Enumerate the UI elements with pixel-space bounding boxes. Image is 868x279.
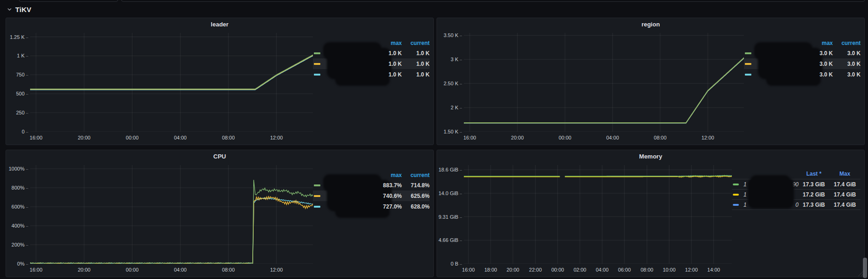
x-axis-tick-label: 00:00 (126, 267, 139, 273)
y-axis-tick-label: 9.31 GiB (438, 214, 462, 220)
y-axis-tick-label: 4.66 GiB (438, 237, 462, 243)
x-axis-tick-label: 10:00 (663, 267, 676, 273)
x-axis-tick-label: 08:00 (654, 135, 667, 140)
previous-panel-bottom-edge (121, 0, 865, 2)
x-axis-tick-label: 06:00 (618, 267, 631, 273)
legend-current-value: 628.0% (402, 203, 430, 210)
legend-max-value: 1.0 K (375, 50, 402, 57)
legend-current-value: 1.0 K (402, 71, 430, 78)
panel-title-leader[interactable]: leader (6, 18, 433, 30)
legend-current-value: 625.6% (402, 193, 430, 199)
panel-leader: leader 02505007501 K1.25 K 16:0020:0000:… (6, 18, 434, 145)
chart-leader: 02505007501 K1.25 K 16:0020:0000:0004:00… (7, 30, 313, 142)
x-axis: 16:0020:0000:0004:0008:0012:00 (30, 132, 313, 142)
series-swatch-icon (314, 206, 320, 208)
y-axis-tick-label: 0 (22, 129, 28, 134)
plot-area[interactable] (30, 33, 313, 132)
legend: Last * Max 190 17.3 GiB 17.4 GiB 1 17.2 … (732, 162, 861, 274)
series-swatch-icon (314, 63, 320, 65)
legend-max-value: 3.0 K (806, 61, 833, 67)
x-axis-tick-label: 20:00 (511, 135, 524, 140)
y-axis-tick-label: 600% (12, 204, 28, 209)
plot-area[interactable] (464, 33, 744, 132)
y-axis-tick-label: 0% (17, 261, 28, 266)
legend-last-value: 17.3 GiB (799, 181, 829, 188)
panel-body: 0%200%400%600%800%1000% 16:0020:0000:000… (6, 162, 433, 277)
legend-current-value: 1.0 K (402, 50, 430, 57)
y-axis-tick-label: 250 (16, 110, 28, 115)
panel-body: 0 B4.66 GiB9.31 GiB14.0 GiB18.6 GiB 16:0… (437, 162, 864, 277)
legend-max-value: 1.0 K (375, 71, 402, 78)
panel-region: region 1.50 K2 K2.50 K3 K3.50 K 16:0020:… (437, 18, 865, 145)
previous-panel-bottom-edge (19, 0, 118, 2)
vertical-scrollbar-thumb[interactable] (863, 258, 867, 278)
panel-title-memory[interactable]: Memory (437, 150, 864, 162)
legend-max-value: 740.6% (375, 193, 402, 199)
y-axis: 0%200%400%600%800%1000% (7, 165, 30, 264)
x-axis-tick-label: 00:00 (559, 135, 572, 140)
x-axis-tick-label: 20:00 (78, 267, 91, 273)
x-axis-tick-label: 12:00 (701, 135, 714, 140)
y-axis-tick-label: 1.25 K (10, 34, 28, 40)
x-axis: 16:0018:0020:0022:0000:0002:0004:0006:00… (464, 264, 732, 274)
y-axis-tick-label: 1000% (9, 166, 28, 171)
y-axis-tick-label: 1 K (17, 53, 28, 58)
legend: max current 1 1.0 K 1.0 K 1.0 K 1.0 K (313, 30, 430, 142)
x-axis-tick-label: 08:00 (641, 267, 654, 273)
legend-max-value: 17.4 GiB (829, 191, 861, 198)
panel-memory: Memory 0 B4.66 GiB9.31 GiB14.0 GiB18.6 G… (437, 150, 865, 277)
x-axis-tick-label: 12:00 (270, 267, 283, 273)
y-axis-tick-label: 500 (16, 91, 28, 96)
y-axis-tick-label: 800% (12, 185, 28, 190)
y-axis-tick-label: 200% (12, 242, 28, 247)
row-title: TiKV (15, 6, 31, 13)
legend-current-value: 1.0 K (402, 61, 430, 67)
legend-last-value: 17.2 GiB (799, 191, 829, 198)
x-axis-tick-label: 00:00 (551, 267, 564, 273)
legend-current-value: 3.0 K (833, 50, 861, 57)
x-axis-tick-label: 22:00 (529, 267, 542, 273)
x-axis-tick-label: 08:00 (222, 267, 235, 273)
x-axis-tick-label: 16:00 (30, 267, 43, 273)
legend-col-current[interactable]: current (402, 172, 430, 178)
plot-area[interactable] (464, 165, 732, 264)
panel-title-region[interactable]: region (437, 18, 864, 30)
legend-max-value: 17.4 GiB (829, 202, 861, 208)
chart-cpu: 0%200%400%600%800%1000% 16:0020:0000:000… (7, 162, 313, 274)
series-swatch-icon (314, 195, 320, 197)
series-swatch-icon (314, 184, 320, 186)
x-axis-tick-label: 04:00 (174, 267, 187, 273)
x-axis-tick-label: 14:00 (707, 267, 720, 273)
y-axis: 0 B4.66 GiB9.31 GiB14.0 GiB18.6 GiB (438, 165, 464, 264)
x-axis-tick-label: 16:00 (462, 267, 475, 273)
legend-col-last[interactable]: Last * (799, 171, 829, 177)
panel-cpu: CPU 0%200%400%600%800%1000% 16:0020:0000… (6, 150, 434, 277)
y-axis-tick-label: 0 B (450, 261, 462, 266)
legend: max current 1 3.0 K 3.0 K 3.0 K 3.0 K (744, 30, 861, 142)
x-axis-tick-label: 16:00 (463, 135, 476, 140)
chart-region: 1.50 K2 K2.50 K3 K3.50 K 16:0020:0000:00… (438, 30, 744, 142)
row-header-tikv[interactable]: TiKV (6, 4, 31, 15)
legend-current-value: 714.8% (402, 182, 430, 189)
y-axis-tick-label: 3 K (450, 57, 462, 62)
legend-col-max[interactable]: Max (829, 171, 861, 177)
x-axis-tick-label: 04:00 (606, 135, 619, 140)
y-axis: 02505007501 K1.25 K (7, 33, 30, 132)
x-axis-tick-label: 20:00 (78, 135, 91, 140)
x-axis: 16:0020:0000:0004:0008:0012:00 (30, 264, 313, 274)
legend-current-value: 3.0 K (833, 71, 861, 78)
x-axis-tick-label: 12:00 (685, 267, 698, 273)
legend-col-current[interactable]: current (833, 40, 861, 46)
y-axis-tick-label: 18.6 GiB (438, 167, 462, 172)
x-axis-tick-label: 18:00 (484, 267, 497, 273)
series-swatch-icon (745, 52, 751, 54)
x-axis-tick-label: 04:00 (596, 267, 609, 273)
legend-col-current[interactable]: current (402, 40, 430, 46)
panel-title-cpu[interactable]: CPU (6, 150, 433, 162)
plot-area[interactable] (30, 165, 313, 264)
x-axis-tick-label: 16:00 (30, 135, 43, 140)
redaction-blob (748, 178, 794, 209)
y-axis-tick-label: 400% (12, 223, 28, 228)
x-axis-tick-label: 20:00 (506, 267, 519, 273)
series-swatch-icon (733, 184, 739, 185)
